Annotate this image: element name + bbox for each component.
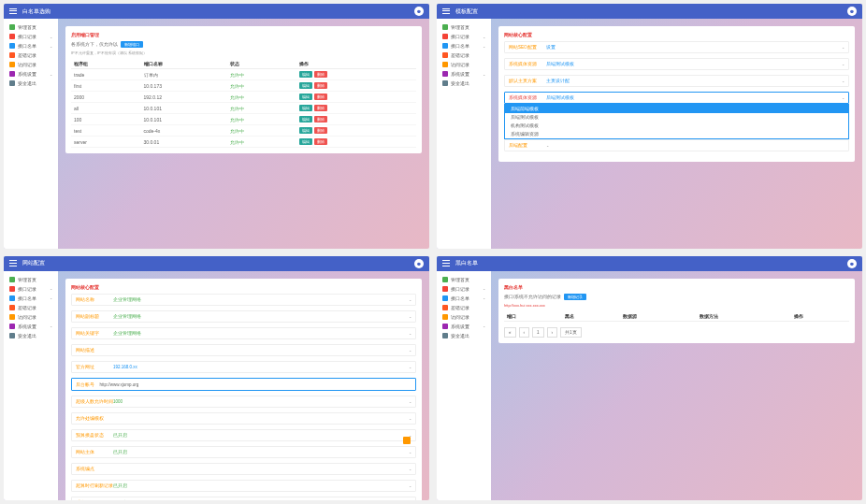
chevron-icon: ⌄ bbox=[483, 286, 485, 291]
avatar-icon[interactable]: ☻ bbox=[847, 7, 857, 16]
avatar-icon[interactable]: ☻ bbox=[414, 259, 424, 268]
sidebar-item[interactable]: 管理首页 bbox=[437, 275, 491, 284]
form-row[interactable]: 预算接盘状态已开启⌄ bbox=[71, 429, 416, 441]
sidebar-item[interactable]: 系统设置⌄ bbox=[437, 69, 491, 79]
add-button[interactable]: 新增记录 bbox=[564, 294, 586, 300]
chevron-down-icon: ⌄ bbox=[842, 95, 844, 100]
dropdown-option[interactable]: 后端前端模板 bbox=[505, 105, 848, 113]
pager: «‹1›共1页 bbox=[504, 327, 849, 338]
sidebar-item[interactable]: 差错记录 bbox=[4, 303, 58, 312]
delete-button[interactable]: 删除 bbox=[314, 116, 327, 122]
nav-label: 接口名单 bbox=[451, 43, 469, 49]
menu-icon[interactable] bbox=[9, 260, 17, 267]
delete-button[interactable]: 删除 bbox=[314, 105, 327, 111]
form-row[interactable]: 后端配置 ⌄ bbox=[504, 139, 849, 151]
dropdown-option[interactable]: 系统编辑资源 bbox=[505, 130, 848, 138]
sidebar-item[interactable]: 管理首页 bbox=[4, 275, 58, 284]
sidebar-item[interactable]: 安全退出 bbox=[437, 79, 491, 88]
form-row[interactable]: 网站名称企业管理网络⌄ bbox=[71, 294, 416, 306]
pager-button[interactable]: « bbox=[504, 327, 516, 338]
table-row: 10010.0.101允许中编辑删除 bbox=[71, 114, 416, 125]
pager-button[interactable]: ‹ bbox=[519, 327, 530, 338]
sidebar-item[interactable]: 接口记录⌄ bbox=[437, 284, 491, 294]
sidebar-item[interactable]: 管理首页 bbox=[4, 22, 58, 32]
sidebar-item[interactable]: 系统设置⌄ bbox=[437, 322, 491, 331]
sidebar-item[interactable]: 接口名单⌄ bbox=[437, 41, 491, 50]
form-row[interactable]: 允许处编模权⌄ bbox=[71, 412, 416, 425]
nav-icon bbox=[9, 43, 15, 49]
edit-button[interactable]: 编辑 bbox=[299, 116, 312, 122]
nav-icon bbox=[9, 333, 15, 338]
pager-button[interactable]: 1 bbox=[532, 327, 544, 338]
form-row[interactable]: 网站主体已开启⌄ bbox=[71, 446, 416, 458]
sidebar-item[interactable]: 接口记录⌄ bbox=[4, 32, 58, 41]
sidebar-item[interactable]: 系统设置⌄ bbox=[4, 69, 58, 79]
form-row[interactable]: 官方网址192.168.0.xx⌄ bbox=[71, 361, 416, 373]
dropdown-option[interactable]: 后端测试模板 bbox=[505, 113, 848, 122]
form-row[interactable]: 网站副标题企业管理网络⌄ bbox=[71, 310, 416, 323]
sidebar-item[interactable]: 访问记录 bbox=[437, 60, 491, 69]
col-header: 操作 bbox=[791, 311, 849, 322]
form-row[interactable]: 超算时行刷新记录已开启⌄ bbox=[71, 480, 416, 492]
page-title: 白名单选购 bbox=[22, 7, 51, 16]
edit-button[interactable]: 编辑 bbox=[299, 105, 312, 111]
edit-button[interactable]: 编辑 bbox=[299, 94, 312, 100]
menu-icon[interactable] bbox=[9, 7, 17, 15]
sidebar-item[interactable]: 接口名单⌄ bbox=[4, 41, 58, 50]
nav-label: 差错记录 bbox=[451, 305, 469, 310]
edit-button[interactable]: 编辑 bbox=[299, 138, 312, 145]
sidebar-item[interactable]: 差错记录 bbox=[437, 303, 491, 312]
sidebar-item[interactable]: 接口名单⌄ bbox=[4, 294, 58, 303]
delete-button[interactable]: 删除 bbox=[314, 94, 327, 100]
sidebar-item[interactable]: 系统设置⌄ bbox=[4, 322, 58, 331]
delete-button[interactable]: 删除 bbox=[314, 71, 327, 78]
form-row[interactable]: 系统媒体资源后端测试模板⌄ bbox=[504, 58, 849, 70]
select-active[interactable]: 系统媒体资源 后端测试模板 ⌄ bbox=[504, 92, 849, 104]
edit-button[interactable]: 编辑 bbox=[299, 82, 312, 89]
edit-button[interactable]: 编辑 bbox=[299, 71, 312, 78]
hint-text: 各系统方下，仅允许以新增端口 bbox=[71, 41, 416, 48]
sidebar-item[interactable]: 差错记录 bbox=[437, 50, 491, 60]
delete-button[interactable]: 删除 bbox=[314, 82, 327, 89]
form-row[interactable]: 系统记录已开启⌄ bbox=[71, 497, 416, 501]
tool-icon[interactable] bbox=[403, 437, 411, 444]
form-row[interactable]: 超级人数允许时间1000⌄ bbox=[71, 396, 416, 408]
sidebar-item[interactable]: 安全退出 bbox=[4, 79, 58, 88]
nav-label: 差错记录 bbox=[451, 52, 469, 58]
sidebar-item[interactable]: 访问记录 bbox=[437, 312, 491, 322]
form-row[interactable]: 网站关键字企业管理网络⌄ bbox=[71, 327, 416, 339]
sidebar-item[interactable]: 管理首页 bbox=[437, 22, 491, 32]
form-row[interactable]: 网站描述⌄ bbox=[71, 344, 416, 356]
sidebar-item[interactable]: 接口记录⌄ bbox=[437, 32, 491, 41]
delete-button[interactable]: 删除 bbox=[314, 127, 327, 134]
sidebar-item[interactable]: 接口记录⌄ bbox=[4, 284, 58, 294]
form-row[interactable]: 网站SEO配置设置⌄ bbox=[504, 41, 849, 53]
avatar-icon[interactable]: ☻ bbox=[414, 7, 424, 16]
sidebar-item[interactable]: 安全退出 bbox=[437, 331, 491, 340]
sidebar-item[interactable]: 差错记录 bbox=[4, 50, 58, 60]
chevron-down-icon: ⌄ bbox=[409, 450, 411, 454]
menu-icon[interactable] bbox=[442, 7, 450, 15]
sidebar-item[interactable]: 访问记录 bbox=[4, 60, 58, 69]
nav-label: 系统设置 bbox=[451, 71, 469, 77]
chevron-icon: ⌄ bbox=[50, 286, 52, 291]
chevron-down-icon: ⌄ bbox=[409, 500, 411, 501]
nav-icon bbox=[9, 295, 15, 301]
nav-icon bbox=[442, 305, 448, 310]
pager-button[interactable]: 共1页 bbox=[560, 327, 582, 338]
input-active[interactable]: 后台帐号 http://www.xjump.org bbox=[71, 378, 416, 391]
delete-button[interactable]: 删除 bbox=[314, 138, 327, 145]
avatar-icon[interactable]: ☻ bbox=[847, 259, 857, 268]
edit-button[interactable]: 编辑 bbox=[299, 127, 312, 134]
pager-button[interactable]: › bbox=[547, 327, 558, 338]
form-row[interactable]: 默认主页方案主页设计配⌄ bbox=[504, 75, 849, 87]
sidebar-item[interactable]: 访问记录 bbox=[4, 312, 58, 322]
sidebar-item[interactable]: 安全退出 bbox=[4, 331, 58, 340]
menu-icon[interactable] bbox=[442, 260, 450, 267]
form-row[interactable]: 系统编点⌄ bbox=[71, 463, 416, 475]
chevron-icon: ⌄ bbox=[483, 35, 485, 39]
sidebar-item[interactable]: 接口名单⌄ bbox=[437, 294, 491, 303]
card-title: 网站核心配置 bbox=[504, 32, 849, 37]
dropdown-option[interactable]: 机构测试模板 bbox=[505, 122, 848, 130]
add-button[interactable]: 新增端口 bbox=[121, 41, 143, 48]
